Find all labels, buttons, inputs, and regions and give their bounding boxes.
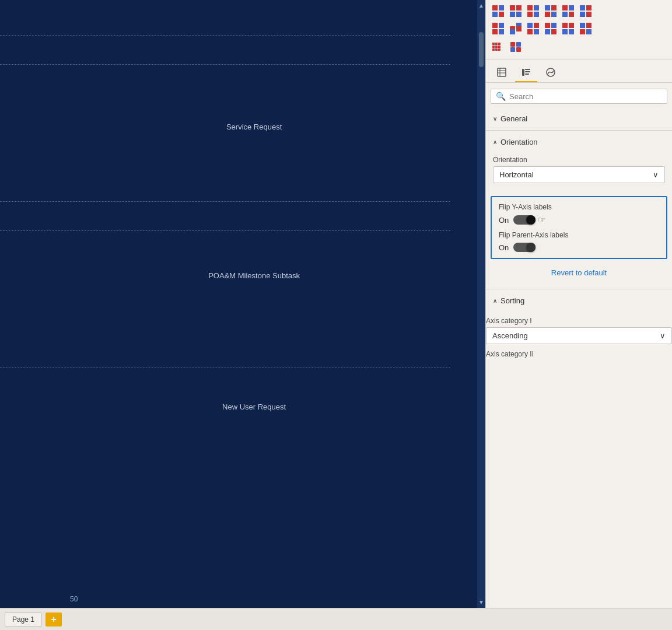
vis-icon-3[interactable] — [526, 4, 541, 19]
svg-rect-33 — [534, 23, 539, 28]
tab-data[interactable] — [491, 64, 513, 82]
svg-rect-8 — [527, 5, 533, 10]
dashed-line — [0, 35, 450, 36]
svg-rect-59 — [510, 47, 515, 52]
page-1-tab[interactable]: Page 1 — [5, 612, 42, 626]
axis-category-1-label: Axis category I — [486, 317, 672, 325]
main-area: Service Request POA&M Milestone Subtask … — [0, 0, 672, 608]
chart-label-new-user: New User Request — [197, 402, 312, 411]
divider-2 — [486, 289, 672, 289]
svg-rect-58 — [516, 42, 521, 47]
scrollbar-vertical[interactable]: ▲ ▼ — [477, 0, 485, 608]
svg-rect-1 — [499, 5, 504, 10]
svg-rect-46 — [580, 29, 585, 34]
axis-category-1-dropdown[interactable]: Ascending ∨ — [486, 327, 672, 344]
section-header-sorting[interactable]: ∧ Sorting — [486, 292, 672, 310]
orientation-value: Horizontal — [499, 170, 534, 179]
revert-to-default-button[interactable]: Revert to default — [486, 262, 672, 283]
svg-rect-11 — [534, 12, 539, 17]
svg-rect-19 — [569, 12, 574, 17]
vis-icon-12[interactable] — [578, 21, 593, 36]
vis-icon-13[interactable] — [491, 38, 506, 54]
divider-1 — [486, 130, 672, 131]
svg-rect-45 — [586, 23, 592, 28]
svg-rect-47 — [586, 29, 592, 34]
svg-rect-27 — [499, 29, 504, 34]
svg-rect-52 — [495, 46, 498, 48]
svg-rect-35 — [534, 29, 539, 34]
section-header-general[interactable]: ∨ General — [486, 110, 672, 128]
svg-rect-0 — [492, 5, 498, 10]
svg-rect-12 — [545, 5, 550, 10]
dashed-line — [0, 64, 450, 65]
flip-labels-section: Flip Y-Axis labels On ☞ Flip Parent-Axis… — [491, 196, 667, 259]
svg-rect-5 — [516, 5, 522, 10]
svg-rect-4 — [510, 5, 515, 10]
vis-icon-9[interactable] — [526, 21, 541, 36]
vis-icon-5[interactable] — [561, 4, 576, 19]
orientation-dropdown[interactable]: Horizontal ∨ — [493, 166, 665, 183]
svg-rect-50 — [498, 43, 501, 45]
svg-rect-2 — [492, 12, 498, 17]
flip-y-axis-toggle[interactable]: ☞ — [513, 215, 545, 225]
svg-rect-39 — [551, 29, 556, 34]
svg-rect-67 — [525, 74, 529, 75]
svg-rect-20 — [580, 5, 585, 10]
svg-rect-24 — [492, 23, 498, 28]
svg-rect-13 — [551, 5, 556, 10]
dashed-line — [0, 230, 450, 231]
svg-rect-48 — [492, 43, 495, 45]
axis-cat1-chevron-icon: ∨ — [660, 331, 666, 340]
vis-icon-4[interactable] — [543, 4, 558, 19]
flip-parent-axis-label: Flip Parent-Axis labels — [499, 231, 659, 239]
svg-rect-56 — [498, 48, 501, 51]
svg-rect-60 — [516, 47, 521, 52]
svg-rect-30 — [510, 29, 515, 34]
vis-icon-11[interactable] — [561, 21, 576, 36]
scroll-up-arrow[interactable]: ▲ — [478, 2, 484, 9]
search-box[interactable]: 🔍 — [491, 89, 667, 104]
svg-rect-38 — [545, 29, 550, 34]
section-label-orientation: Orientation — [501, 138, 538, 146]
svg-rect-36 — [545, 23, 550, 28]
svg-rect-54 — [492, 48, 495, 51]
svg-rect-9 — [534, 5, 539, 10]
svg-rect-66 — [525, 71, 530, 72]
tab-format[interactable] — [515, 64, 537, 82]
search-icon: 🔍 — [496, 92, 506, 101]
svg-rect-57 — [510, 42, 515, 47]
dashed-line — [0, 368, 450, 368]
svg-rect-44 — [580, 23, 585, 28]
svg-rect-61 — [498, 68, 506, 76]
vis-icon-10[interactable] — [543, 21, 558, 36]
svg-rect-34 — [527, 29, 533, 34]
vis-icon-1[interactable] — [491, 4, 506, 19]
svg-rect-40 — [562, 23, 568, 28]
vis-icon-8[interactable] — [508, 21, 523, 36]
svg-rect-3 — [499, 12, 504, 17]
scroll-down-arrow[interactable]: ▼ — [477, 596, 485, 608]
dashed-line — [0, 201, 450, 202]
vis-icon-2[interactable] — [508, 4, 523, 19]
chart-area: Service Request POA&M Milestone Subtask … — [0, 0, 485, 608]
visualization-icons-row3 — [491, 38, 667, 54]
section-label-sorting: Sorting — [501, 296, 524, 305]
flip-parent-axis-toggle[interactable] — [513, 243, 536, 252]
vis-icon-7[interactable] — [491, 21, 506, 36]
svg-rect-21 — [586, 5, 592, 10]
svg-rect-42 — [562, 29, 568, 34]
section-header-orientation[interactable]: ∧ Orientation — [486, 133, 672, 151]
tab-analytics[interactable] — [540, 64, 562, 82]
svg-rect-65 — [522, 69, 524, 76]
vis-icon-14[interactable] — [508, 38, 523, 54]
flip-y-axis-toggle-text: On — [499, 216, 509, 225]
search-input[interactable] — [509, 92, 662, 101]
bottom-bar: Page 1 + — [0, 608, 672, 630]
svg-rect-26 — [492, 29, 498, 34]
tab-bar — [486, 60, 672, 83]
vis-icon-6[interactable] — [578, 4, 593, 19]
add-page-button[interactable]: + — [46, 612, 62, 626]
axis-category-2-label: Axis category II — [486, 350, 672, 358]
sorting-content: Axis category I Ascending ∨ Axis categor… — [486, 310, 672, 363]
scrollbar-thumb[interactable] — [479, 32, 484, 67]
